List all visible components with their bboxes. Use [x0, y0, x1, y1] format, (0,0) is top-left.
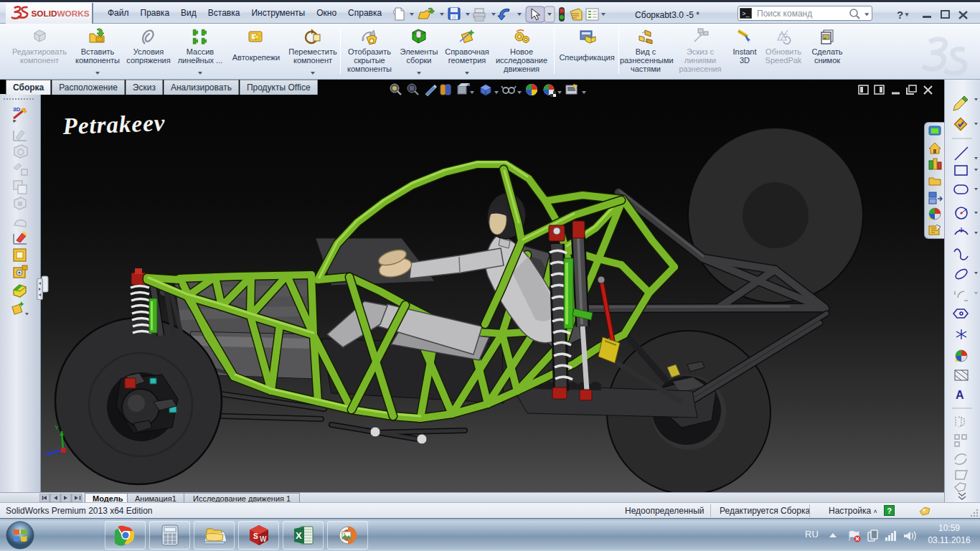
svg-text:Petrakeev: Petrakeev — [62, 110, 166, 139]
svg-text:SOLIDWORKS: SOLIDWORKS — [31, 9, 89, 19]
svg-text:W: W — [260, 535, 267, 543]
svg-text:S: S — [253, 532, 258, 540]
svg-text:Y: Y — [55, 424, 59, 431]
svg-text:X: X — [296, 530, 302, 541]
svg-text:3D: 3D — [13, 106, 20, 113]
svg-text:A: A — [956, 389, 964, 401]
svg-text:Z: Z — [41, 451, 43, 458]
